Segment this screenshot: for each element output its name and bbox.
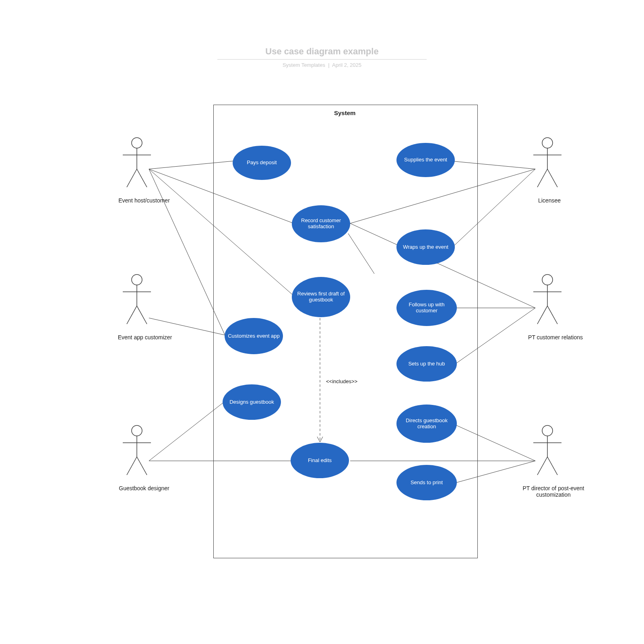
diagram-subtitle: System Templates | April 2, 2025: [217, 62, 427, 68]
usecase-follows-up: Follows up with customer: [396, 290, 457, 326]
usecase-label: Designs guestbook: [229, 399, 274, 405]
actor-licensee-label: Licensee: [523, 197, 576, 204]
svg-line-46: [547, 457, 557, 475]
usecase-label: Pays deposit: [247, 160, 277, 166]
usecase-reviews-draft: Reviews first draft of guestbook: [292, 277, 350, 317]
svg-point-32: [542, 138, 553, 148]
usecase-label: Directs guestbook creation: [400, 418, 454, 430]
diagram-canvas: Use case diagram example System Template…: [0, 0, 644, 644]
usecase-label: Supplies the event: [404, 157, 447, 163]
actor-icon: [531, 425, 564, 477]
actor-icon: [121, 425, 153, 477]
svg-line-41: [547, 306, 557, 324]
actor-icon: [531, 274, 564, 326]
usecase-supplies-event: Supplies the event: [396, 143, 455, 177]
usecase-label: Wraps up the event: [403, 244, 448, 250]
diagram-header: Use case diagram example System Template…: [217, 46, 427, 68]
relation-includes-label: <<includes>>: [326, 378, 357, 384]
usecase-record-satisfaction: Record customer satisfaction: [292, 205, 350, 242]
usecase-final-edits: Final edits: [291, 443, 349, 478]
usecase-label: Sends to print: [411, 480, 443, 486]
svg-line-30: [127, 457, 137, 475]
svg-line-40: [537, 306, 547, 324]
usecase-wraps-up: Wraps up the event: [396, 229, 455, 265]
actor-event-host: [121, 137, 153, 189]
svg-line-36: [547, 169, 557, 187]
svg-line-25: [127, 306, 137, 324]
svg-line-45: [537, 457, 547, 475]
usecase-label: Final edits: [308, 458, 332, 464]
usecase-pays-deposit: Pays deposit: [233, 146, 291, 180]
usecase-label: Reviews first draft of guestbook: [295, 291, 347, 303]
usecase-sets-up-hub: Sets up the hub: [396, 346, 457, 382]
svg-line-21: [137, 169, 147, 187]
svg-line-5: [149, 402, 223, 461]
actor-pt-director-label: PT director of post-event customization: [507, 485, 600, 498]
actor-event-app-customizer: [121, 274, 153, 326]
svg-line-31: [137, 457, 147, 475]
actor-icon: [531, 137, 564, 189]
usecase-directs-creation: Directs guestbook creation: [396, 405, 457, 443]
svg-point-22: [132, 275, 142, 285]
svg-point-17: [132, 138, 142, 148]
actor-pt-director: [531, 425, 564, 477]
actor-licensee: [531, 137, 564, 189]
svg-point-37: [542, 275, 553, 285]
actor-event-host-label: Event host/customer: [110, 197, 178, 204]
actor-guestbook-designer-label: Guestbook designer: [110, 485, 178, 491]
actor-pt-customer-relations: [531, 274, 564, 326]
usecase-label: Sets up the hub: [408, 361, 445, 367]
svg-line-20: [127, 169, 137, 187]
actor-event-app-customizer-label: Event app customizer: [107, 334, 183, 341]
svg-point-27: [132, 425, 142, 436]
actor-pt-customer-relations-label: PT customer relations: [517, 334, 594, 341]
subtitle-date: April 2, 2025: [332, 62, 361, 68]
actor-guestbook-designer: [121, 425, 153, 477]
actor-icon: [121, 137, 153, 189]
usecase-label: Record customer satisfaction: [295, 218, 347, 230]
usecase-sends-print: Sends to print: [396, 465, 457, 500]
usecase-label: Follows up with customer: [400, 302, 454, 314]
svg-line-35: [537, 169, 547, 187]
svg-point-42: [542, 425, 553, 436]
usecase-label: Customizes event app: [228, 333, 280, 339]
usecase-designs-guestbook: Designs guestbook: [223, 384, 281, 420]
diagram-title: Use case diagram example: [217, 46, 427, 60]
subtitle-source: System Templates: [283, 62, 325, 68]
usecase-customizes-app: Customizes event app: [225, 318, 283, 354]
system-label: System: [334, 109, 355, 116]
svg-line-26: [137, 306, 147, 324]
actor-icon: [121, 274, 153, 326]
